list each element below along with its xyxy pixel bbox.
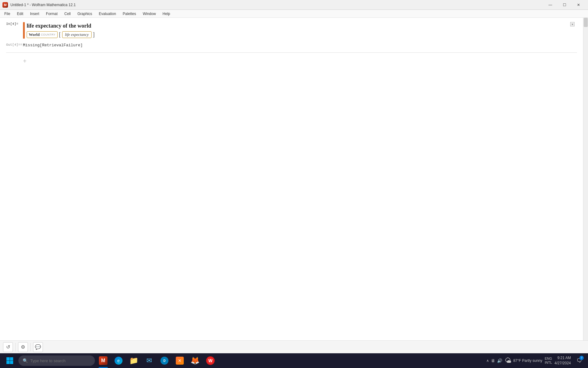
new-cell-area: +: [6, 52, 577, 65]
menu-bar: File Edit Insert Format Cell Graphics Ev…: [0, 10, 588, 18]
mathematica-icon: M: [99, 356, 107, 365]
output-label-text: Out[4]=: [6, 43, 20, 47]
output-label: Out[4]==: [6, 42, 23, 47]
taskbar-right: ∧ 🖥 🔊 🌤 87°F Partly sunny ENG INTL 9:21 …: [486, 353, 586, 368]
menu-evaluation[interactable]: Evaluation: [96, 10, 119, 17]
plus-icon: +: [23, 58, 27, 65]
menu-cell[interactable]: Cell: [61, 10, 74, 17]
firefox-icon: 🦊: [190, 356, 200, 365]
window-controls: — ☐ ✕: [543, 0, 586, 10]
input-cell-row: In[4]= ✕ life expectancy of the world Wo…: [6, 21, 577, 40]
title-bar: M Untitled-1 * - Wolfram Mathematica 12.…: [0, 0, 588, 10]
entity-type: COUNTRY: [41, 33, 55, 36]
output-cell-row: Out[4]== Missing[RetrievalFailure]: [6, 42, 577, 48]
cell-close-button[interactable]: ✕: [570, 22, 575, 26]
settings-button[interactable]: ⚙: [18, 342, 28, 352]
dell-icon: D: [160, 357, 168, 365]
weather-icon: 🌤: [505, 357, 511, 365]
menu-help[interactable]: Help: [160, 10, 173, 17]
bracket-open: [: [59, 31, 61, 38]
input-cell-content[interactable]: ✕ life expectancy of the world World COU…: [23, 21, 577, 40]
windows-logo-icon: [6, 357, 13, 364]
taskbar-app-dell[interactable]: D: [157, 353, 172, 368]
language-text: ENG: [545, 357, 552, 361]
chat-button[interactable]: 💬: [33, 342, 43, 352]
start-button[interactable]: [2, 353, 17, 368]
output-content: Missing[RetrievalFailure]: [23, 42, 83, 48]
notification-badge: 7: [579, 356, 584, 360]
unknown1-icon: ✕: [176, 357, 184, 365]
minimize-button[interactable]: —: [543, 0, 557, 10]
add-cell-button[interactable]: +: [23, 58, 577, 65]
taskbar-app-wolfram[interactable]: W: [203, 353, 217, 368]
cell-indicator: [23, 22, 25, 39]
menu-graphics[interactable]: Graphics: [74, 10, 95, 17]
date-display: 4/27/2024: [555, 361, 571, 366]
system-tray: ∧ 🖥 🔊: [486, 358, 502, 363]
network-icon[interactable]: 🖥: [491, 358, 495, 363]
taskbar-app-mail[interactable]: ✉: [142, 353, 156, 368]
search-bar[interactable]: 🔍: [18, 355, 95, 366]
toolbar-divider-1: [15, 343, 16, 351]
notification-button[interactable]: 🗨 7: [573, 353, 586, 368]
entity-prop: life expectancy: [65, 32, 89, 37]
taskbar-app-files[interactable]: 📁: [127, 353, 141, 368]
menu-window[interactable]: Window: [140, 10, 159, 17]
chat-icon: 💬: [35, 344, 41, 350]
scrollbar-thumb[interactable]: [584, 18, 588, 27]
toolbar-divider-2: [30, 343, 31, 351]
entity-name: World: [29, 32, 40, 37]
entity-line: World COUNTRY [ life expectancy ]: [27, 31, 568, 38]
bottom-toolbar: ↺ ⚙ 💬 100% ▲ ✕: [0, 340, 588, 353]
volume-icon[interactable]: 🔊: [497, 358, 502, 363]
window-title: Untitled-1 * - Wolfram Mathematica 12.1: [10, 3, 76, 7]
notebook-content[interactable]: In[4]= ✕ life expectancy of the world Wo…: [0, 18, 583, 340]
scrollbar-track[interactable]: [583, 18, 588, 340]
input-label: In[4]=: [6, 21, 23, 26]
menu-file[interactable]: File: [1, 10, 13, 17]
world-entity-chip[interactable]: World COUNTRY: [27, 31, 58, 38]
property-entity-chip[interactable]: life expectancy: [62, 31, 92, 38]
bracket-close: ]: [93, 31, 95, 38]
search-input[interactable]: [30, 358, 85, 363]
menu-edit[interactable]: Edit: [14, 10, 26, 17]
gear-icon: ⚙: [21, 344, 25, 350]
main-wrapper: M Untitled-1 * - Wolfram Mathematica 12.…: [0, 0, 588, 353]
svg-rect-3: [10, 361, 13, 364]
folder-icon: 📁: [129, 356, 138, 365]
svg-rect-2: [6, 361, 10, 364]
input-label-text: In[4]=: [6, 22, 18, 26]
mail-icon: ✉: [146, 357, 152, 365]
region-text: INTL: [545, 361, 552, 365]
clock-area[interactable]: 9:21 AM 4/27/2024: [555, 355, 571, 366]
weather-area[interactable]: 🌤 87°F Partly sunny: [505, 357, 542, 365]
cell-title: life expectancy of the world: [27, 23, 568, 29]
refresh-button[interactable]: ↺: [3, 342, 13, 352]
app-icon: M: [2, 2, 8, 8]
taskbar-app-mathematica[interactable]: M: [96, 353, 110, 368]
notebook-area: In[4]= ✕ life expectancy of the world Wo…: [0, 18, 588, 340]
time-display: 9:21 AM: [555, 355, 571, 361]
output-text: Missing[RetrievalFailure]: [23, 43, 83, 48]
taskbar-app-edge[interactable]: e: [111, 353, 126, 368]
taskbar: 🔍 M e 📁 ✉ D ✕ 🦊 W ∧ 🖥 🔊 🌤 8: [0, 353, 588, 368]
menu-insert[interactable]: Insert: [27, 10, 42, 17]
language-indicator[interactable]: ENG INTL: [545, 357, 552, 365]
close-button[interactable]: ✕: [571, 0, 586, 10]
chevron-up-icon[interactable]: ∧: [486, 358, 489, 363]
svg-rect-1: [10, 357, 13, 361]
menu-palettes[interactable]: Palettes: [120, 10, 139, 17]
edge-icon: e: [115, 357, 123, 365]
search-icon: 🔍: [23, 358, 28, 363]
title-bar-left: M Untitled-1 * - Wolfram Mathematica 12.…: [2, 2, 76, 8]
weather-text: 87°F Partly sunny: [513, 358, 542, 363]
wolfram-icon: W: [206, 356, 215, 365]
taskbar-app-firefox[interactable]: 🦊: [188, 353, 202, 368]
taskbar-app-unknown1[interactable]: ✕: [173, 353, 187, 368]
menu-format[interactable]: Format: [43, 10, 61, 17]
svg-rect-0: [6, 357, 10, 361]
maximize-button[interactable]: ☐: [557, 0, 571, 10]
